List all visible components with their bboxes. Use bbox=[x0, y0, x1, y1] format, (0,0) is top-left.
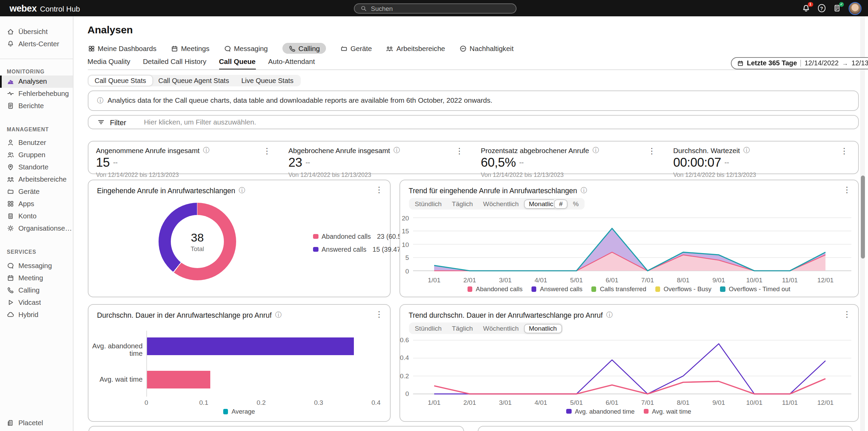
bar-category-label: Avg. abandoned time bbox=[91, 342, 143, 357]
kpi-trend: -- bbox=[113, 159, 117, 166]
tasks-button[interactable]: ✓ bbox=[833, 4, 841, 12]
view-call-queue-agent-stats[interactable]: Call Queue Agent Stats bbox=[152, 75, 235, 85]
sidebar-item-calling[interactable]: Calling bbox=[0, 284, 73, 296]
donut-total-label: Total bbox=[191, 245, 204, 252]
subtab-auto-attendant[interactable]: Auto-Attendant bbox=[268, 58, 315, 70]
sidebar-item-standorte[interactable]: Standorte bbox=[0, 161, 73, 173]
chart-legend: Abandoned callsAnswered callsCalls trans… bbox=[400, 286, 858, 293]
bell-icon bbox=[7, 40, 14, 48]
sidebar-item-hybrid[interactable]: Hybrid bbox=[0, 308, 73, 320]
pulse-icon bbox=[7, 90, 14, 97]
info-icon[interactable] bbox=[275, 312, 282, 318]
subtab-call-queue[interactable]: Call Queue bbox=[219, 58, 256, 70]
sidebar-item-gruppen[interactable]: Gruppen bbox=[0, 148, 73, 161]
scrollbar-thumb[interactable] bbox=[861, 176, 865, 259]
x-axis-labels: 00.10.20.30.4 bbox=[146, 399, 376, 407]
info-icon[interactable] bbox=[393, 147, 400, 154]
toggle-monatlich[interactable]: Monatlich bbox=[524, 324, 562, 333]
date-start[interactable]: 12/14/2022 bbox=[804, 59, 838, 67]
sidebar-item-organisationseinstellungen[interactable]: Organisationseinstellun... bbox=[0, 222, 73, 234]
kebab-menu[interactable] bbox=[648, 147, 656, 155]
report-icon bbox=[7, 102, 14, 110]
tab-calling[interactable]: Calling bbox=[282, 43, 326, 54]
info-icon bbox=[97, 97, 103, 104]
kpi-period: Von 12/14/2022 bis 12/13/2023 bbox=[673, 171, 858, 178]
info-icon[interactable] bbox=[580, 187, 587, 194]
sidebar-item-uebersicht[interactable]: Übersicht bbox=[0, 26, 73, 38]
sidebar-item-vidcast[interactable]: Vidcast bbox=[0, 296, 73, 308]
info-icon[interactable] bbox=[743, 147, 750, 154]
date-preset-label: Letzte 365 Tage bbox=[747, 59, 797, 67]
tab-meine-dashboards[interactable]: Meine Dashboards bbox=[87, 43, 157, 54]
filter-bar[interactable]: Filter Hier klicken, um Filter auszuwähl… bbox=[87, 115, 858, 129]
info-icon[interactable] bbox=[606, 312, 612, 318]
kebab-menu[interactable] bbox=[843, 186, 851, 194]
kpi-period: Von 12/14/2022 bis 12/13/2023 bbox=[289, 171, 473, 178]
legend-item: Answered calls bbox=[531, 286, 583, 293]
toggle-percent[interactable]: % bbox=[568, 199, 584, 209]
sidebar-item-alerts-center[interactable]: Alerts-Center bbox=[0, 38, 73, 50]
kpi-prozentsatz-abgebrochener: Prozentsatz abgebrochener Anrufe 60,5%--… bbox=[473, 141, 666, 178]
toggle-stuendlich[interactable]: Stündlich bbox=[410, 199, 447, 209]
sustainability-icon bbox=[459, 45, 467, 52]
interval-toggle-group: Stündlich Täglich Wöchentlich Monatlich bbox=[409, 322, 563, 334]
kebab-menu[interactable] bbox=[843, 310, 851, 318]
filter-placeholder: Hier klicken, um Filter auszuwählen. bbox=[144, 118, 256, 126]
view-call-queue-stats[interactable]: Call Queue Stats bbox=[88, 75, 152, 85]
webex-logo: webex Control Hub bbox=[0, 3, 80, 13]
sidebar-item-meeting[interactable]: Meeting bbox=[0, 271, 73, 284]
search-input[interactable]: Suchen bbox=[354, 3, 517, 13]
view-live-queue-stats[interactable]: Live Queue Stats bbox=[235, 75, 299, 85]
sidebar-item-placetel[interactable]: Placetel bbox=[0, 416, 73, 429]
kebab-menu[interactable] bbox=[263, 147, 271, 155]
notifications-button[interactable]: 1 bbox=[801, 4, 810, 13]
sidebar-item-messaging[interactable]: Messaging bbox=[0, 259, 73, 271]
cloud-icon bbox=[7, 311, 14, 318]
vertical-scrollbar[interactable] bbox=[860, 16, 865, 431]
date-range-picker[interactable]: Letzte 365 Tage 12/14/2022 → 12/13/2023 bbox=[731, 57, 868, 69]
subtab-detailed-call-history[interactable]: Detailed Call History bbox=[143, 58, 207, 70]
kpi-strip: Angenommene Anrufe insgesamt 15-- Von 12… bbox=[87, 140, 858, 174]
help-button[interactable]: ? bbox=[818, 4, 825, 12]
info-icon[interactable] bbox=[203, 147, 210, 154]
legend-item: Overflows - Busy bbox=[655, 286, 711, 293]
sidebar-item-fehlerbehebung[interactable]: Fehlerbehebung bbox=[0, 87, 73, 100]
tab-meetings[interactable]: Meetings bbox=[171, 43, 210, 54]
sidebar-item-geraete[interactable]: Geräte bbox=[0, 185, 73, 197]
sidebar-item-analysen[interactable]: Analysen bbox=[0, 75, 73, 87]
user-avatar[interactable] bbox=[849, 2, 862, 15]
tab-geraete[interactable]: Geräte bbox=[340, 43, 372, 54]
bar-category-label: Avg. wait time bbox=[91, 376, 143, 383]
tab-messaging[interactable]: Messaging bbox=[224, 43, 268, 54]
kebab-menu[interactable] bbox=[455, 147, 463, 155]
info-icon[interactable] bbox=[239, 187, 245, 194]
sidebar-item-berichte[interactable]: Berichte bbox=[0, 100, 73, 112]
date-separator bbox=[800, 60, 801, 66]
toggle-woechentlich[interactable]: Wöchentlich bbox=[478, 199, 524, 209]
card-avg-queue-duration: Durchschn. Dauer in der Anrufwarteschlan… bbox=[87, 304, 391, 422]
sidebar-item-konto[interactable]: Konto bbox=[0, 210, 73, 222]
tab-nachhaltigkeit[interactable]: Nachhaltigkeit bbox=[459, 43, 513, 54]
sidebar-item-arbeitsbereiche[interactable]: Arbeitsbereiche bbox=[0, 173, 73, 185]
location-pin-icon bbox=[7, 163, 14, 170]
interval-toggle-group: Stündlich Täglich Wöchentlich Monatlich bbox=[409, 198, 563, 210]
sidebar-item-benutzer[interactable]: Benutzer bbox=[0, 136, 73, 148]
card-avg-duration-trend: Trend durchschn. Dauer in der Anrufwarte… bbox=[399, 304, 858, 422]
kebab-menu[interactable] bbox=[375, 186, 383, 194]
toggle-taeglich[interactable]: Täglich bbox=[447, 324, 478, 333]
date-end[interactable]: 12/13/2023 bbox=[852, 59, 868, 67]
toggle-stuendlich[interactable]: Stündlich bbox=[410, 324, 447, 333]
sidebar-item-apps[interactable]: Apps bbox=[0, 197, 73, 210]
tab-arbeitsbereiche[interactable]: Arbeitsbereiche bbox=[386, 43, 445, 54]
kebab-menu[interactable] bbox=[840, 147, 848, 155]
toggle-woechentlich[interactable]: Wöchentlich bbox=[478, 324, 524, 333]
legend-item: Calls transferred bbox=[591, 286, 646, 293]
apps-grid-icon bbox=[7, 200, 14, 207]
toggle-count[interactable]: # bbox=[554, 199, 568, 209]
toggle-taeglich[interactable]: Täglich bbox=[447, 199, 478, 209]
subtab-media-quality[interactable]: Media Quality bbox=[87, 58, 130, 70]
calendar-icon bbox=[737, 60, 743, 66]
kebab-menu[interactable] bbox=[375, 310, 383, 318]
view-switcher: Call Queue Stats Call Queue Agent Stats … bbox=[87, 74, 301, 86]
info-icon[interactable] bbox=[592, 147, 599, 154]
